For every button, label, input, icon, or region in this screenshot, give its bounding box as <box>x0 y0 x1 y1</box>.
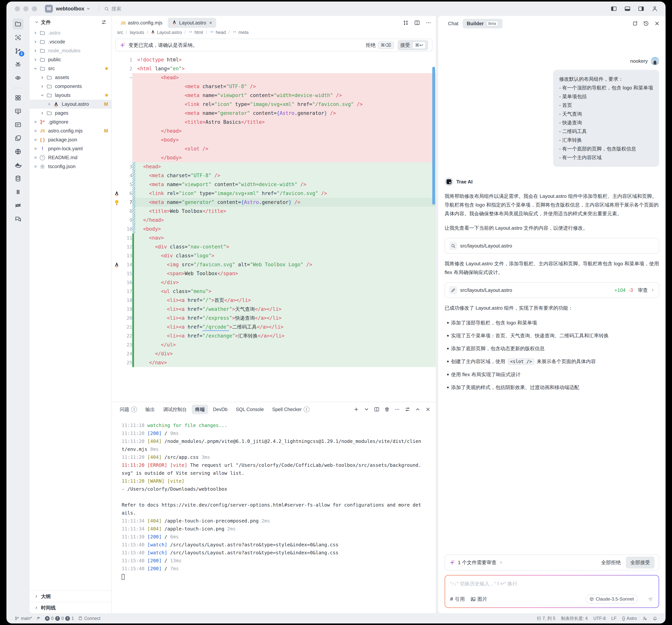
people-alert-icon[interactable] <box>643 616 647 621</box>
tree-item-astro.config.mjs[interactable]: JSastro.config.mjsM <box>29 126 112 135</box>
chevron-right-icon[interactable] <box>39 111 46 115</box>
pause-icon[interactable] <box>13 187 24 197</box>
browser-icon[interactable] <box>13 146 24 157</box>
status-item[interactable]: UTF-8 <box>593 616 606 621</box>
zoom-window-button[interactable] <box>32 6 37 11</box>
breadcrumb-item-layouts[interactable]: layouts <box>130 30 144 35</box>
tree-item-.vscode[interactable]: .vscode <box>29 37 112 46</box>
tree-item-pages[interactable]: pages <box>29 109 112 118</box>
global-search[interactable]: 搜索 <box>104 5 121 12</box>
code-line[interactable]: 6 <link rel="icon" type="image/svg+xml" … <box>112 189 436 198</box>
close-window-button[interactable] <box>15 6 20 11</box>
code-line[interactable]: <meta name="generator" content={Astro.ge… <box>112 109 436 118</box>
chevron-down-icon[interactable] <box>32 67 39 71</box>
chevron-right-icon[interactable] <box>32 58 39 62</box>
tree-item-.gitignore[interactable]: .gitignore <box>29 118 112 126</box>
code-line[interactable]: <slot /> <box>112 144 436 153</box>
editor-layouts-icon[interactable] <box>13 133 24 144</box>
filter-icon[interactable] <box>101 20 106 25</box>
chevron-right-icon[interactable] <box>32 40 39 44</box>
close-panel-icon[interactable] <box>425 407 431 412</box>
panel-tab-问题[interactable]: 问题1 <box>116 405 140 414</box>
code-line[interactable]: 15 <span>Web Toolbox</span> <box>112 269 436 278</box>
chevron-right-icon[interactable] <box>39 85 46 88</box>
accept-all-button[interactable]: 全部接受 <box>626 557 654 569</box>
new-terminal-icon[interactable] <box>354 407 359 412</box>
code-line[interactable]: <body> <box>112 136 436 144</box>
code-line[interactable]: 14 <img src="/favicon.svg" alt="Web Tool… <box>112 260 436 269</box>
code-line[interactable]: 25 </nav> <box>112 358 436 367</box>
panel-tab-输出[interactable]: 输出 <box>142 405 158 414</box>
code-line[interactable]: 11 <nav> <box>112 234 436 242</box>
code-line[interactable]: 20 <li><a href="/express">快递查询</a></li> <box>112 314 436 322</box>
code-line[interactable]: 8 <title>Web Toolbox</title> <box>112 207 436 216</box>
tree-item-Layout.astro[interactable]: Layout.astroM <box>29 100 112 109</box>
status-item[interactable]: 行 7, 列 5 <box>537 616 555 621</box>
code-line[interactable]: <meta charset="UTF-8" /> <box>112 82 436 91</box>
status-item[interactable]: LF <box>611 616 617 621</box>
chevron-down-icon[interactable] <box>364 407 369 412</box>
code-line[interactable]: 4 <meta charset="UTF-8" /> <box>112 171 436 180</box>
code-line[interactable]: <link rel="icon" type="image/svg+xml" hr… <box>112 100 436 109</box>
chevron-down-icon[interactable] <box>86 7 90 11</box>
code-line[interactable]: 18 <li><a href="/">首页</a></li> <box>112 296 436 305</box>
outline-section[interactable]: 大纲 <box>29 591 112 602</box>
status-item[interactable]: 制表符长度: 4 <box>561 616 588 621</box>
breadcrumb-item-src[interactable]: src <box>117 30 123 35</box>
language-mode[interactable]: {}Astro <box>622 616 637 621</box>
code-line[interactable]: <meta name="viewport" content="width=dev… <box>112 91 436 100</box>
code-line[interactable]: 24 </div> <box>112 349 436 358</box>
tree-item-README.md[interactable]: ?README.md <box>29 153 112 162</box>
comments-icon[interactable] <box>13 213 24 224</box>
code-line[interactable]: 13 <div class="logo"> <box>112 251 436 260</box>
tree-item-components[interactable]: components <box>29 82 112 91</box>
panel-tab-调试控制台[interactable]: 调试控制台 <box>160 405 190 414</box>
code-line[interactable]: 7 <meta name="generator" content={Astro.… <box>112 198 436 207</box>
tree-item-assets[interactable]: assets <box>29 73 112 82</box>
traffic-lights[interactable] <box>15 6 37 11</box>
extensions-icon[interactable] <box>13 92 24 103</box>
bell-icon[interactable] <box>653 616 657 621</box>
chat-input[interactable]: "↑↓" 切换历史输入，"⇧↩" 换行 # 引用 图片 <box>445 576 658 607</box>
chevron-right-icon[interactable] <box>32 31 39 35</box>
file-edit-card[interactable]: src/layouts/Layout.astro +104 -3 审查 <box>445 282 659 298</box>
explorer-icon[interactable] <box>13 19 24 29</box>
attach-image-button[interactable]: 图片 <box>471 596 487 602</box>
tree-item-pnpm-lock.yaml[interactable]: !pnpm-lock.yaml <box>29 144 112 153</box>
code-line[interactable]: </body> <box>112 153 436 162</box>
panel-tab-DevDb[interactable]: DevDb <box>210 405 231 414</box>
more-actions-icon[interactable] <box>426 20 431 26</box>
minimize-window-button[interactable] <box>23 6 28 11</box>
new-chat-icon[interactable] <box>632 21 638 26</box>
code-line[interactable]: 12 <div class="nav-content"> <box>112 242 436 251</box>
account-icon[interactable] <box>651 5 658 12</box>
preview-icon[interactable] <box>13 72 24 83</box>
split-terminal-icon[interactable] <box>374 407 379 412</box>
debug-icon[interactable] <box>13 59 24 70</box>
tree-item-public[interactable]: public <box>29 55 112 64</box>
panel-tab-SQL Console[interactable]: SQL Console <box>232 405 267 414</box>
maximize-panel-icon[interactable] <box>415 407 420 412</box>
chevron-down-icon[interactable] <box>34 20 39 24</box>
chevron-right-icon[interactable] <box>39 76 46 79</box>
reject-all-button[interactable]: 全部拒绝 <box>601 559 621 566</box>
breadcrumb-item-head[interactable]: head <box>210 29 226 35</box>
close-panel-icon[interactable] <box>654 21 660 26</box>
reference-button[interactable]: # 引用 <box>450 596 465 602</box>
reject-button[interactable]: 拒绝 ⌘⌫ <box>366 42 394 49</box>
kill-terminal-icon[interactable] <box>384 407 390 412</box>
code-line[interactable]: <title>Astro Basics</title> <box>112 118 436 127</box>
terminal-output[interactable]: 11:11:18 watching for file changes...11:… <box>112 415 436 613</box>
code-editor[interactable]: 1<!doctype html>2<html lang="en">− <head… <box>112 54 436 402</box>
more-actions-icon[interactable] <box>394 407 400 412</box>
editor-tab-astro.config.mjs[interactable]: JSastro.config.mjs <box>116 18 167 28</box>
breadcrumb-item-html[interactable]: html <box>188 29 203 35</box>
code-line[interactable]: 1<!doctype html> <box>112 55 436 64</box>
accept-button[interactable]: 接受 ⌘↩ <box>398 40 428 50</box>
panel-tab-终端[interactable]: 终端 <box>192 405 208 414</box>
git-branch-status[interactable]: main* <box>15 616 32 621</box>
file-read-card[interactable]: src/layouts/Layout.astro <box>445 238 659 254</box>
code-line[interactable]: 9 </head> <box>112 216 436 224</box>
code-line[interactable]: 3 <head> <box>112 162 436 171</box>
connect-button[interactable]: Connect <box>78 616 100 621</box>
